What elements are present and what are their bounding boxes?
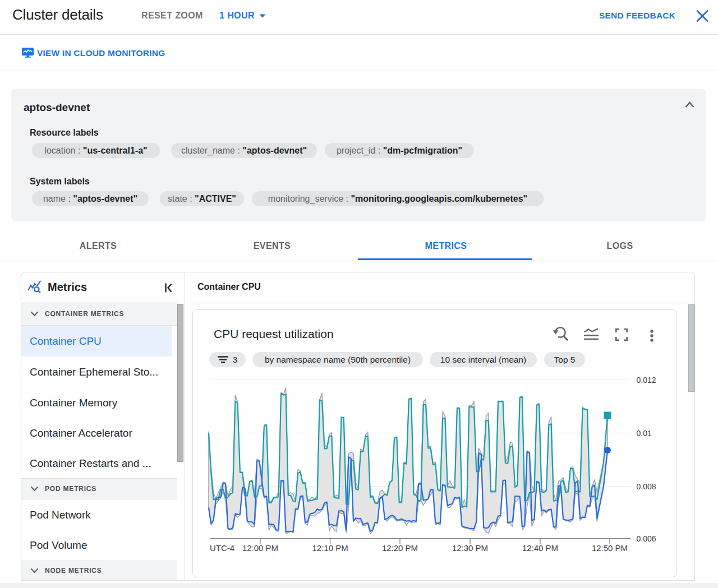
svg-text:0.012: 0.012 xyxy=(637,376,656,385)
svg-text:12:40 PM: 12:40 PM xyxy=(522,543,558,553)
svg-text:12:20 PM: 12:20 PM xyxy=(382,543,418,553)
svg-text:0.008: 0.008 xyxy=(637,482,656,491)
svg-text:12:10 PM: 12:10 PM xyxy=(312,543,348,553)
svg-text:12:00 PM: 12:00 PM xyxy=(242,543,278,553)
svg-text:0.006: 0.006 xyxy=(637,534,656,543)
svg-text:0.01: 0.01 xyxy=(637,429,652,438)
svg-text:12:30 PM: 12:30 PM xyxy=(452,543,488,553)
svg-text:12:50 PM: 12:50 PM xyxy=(592,543,628,553)
svg-text:UTC-4: UTC-4 xyxy=(210,543,234,553)
